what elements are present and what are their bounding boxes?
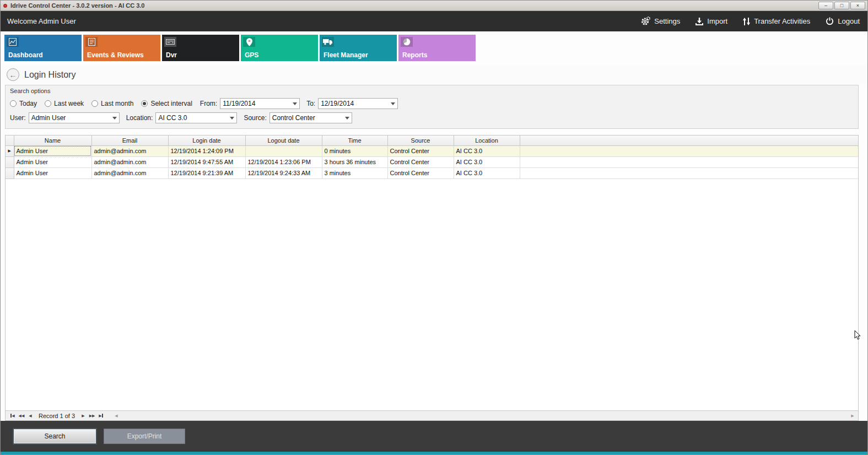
import-label: Import (707, 17, 727, 25)
grid-cell-filler (520, 156, 858, 167)
tile-reports[interactable]: Reports (398, 35, 476, 61)
pager-first-button[interactable]: ◀ (8, 412, 17, 420)
grid-cell[interactable]: Admin User (14, 156, 91, 167)
grid-cell[interactable]: 0 minutes (322, 145, 387, 156)
search-button[interactable]: Search (13, 428, 97, 445)
gears-icon (641, 17, 650, 26)
grid-cell[interactable]: admin@admin.com (91, 167, 168, 178)
hscroll-right-arrow[interactable]: ▶ (848, 414, 857, 418)
app-icon (3, 4, 7, 8)
tile-fleet-manager[interactable]: Fleet Manager (320, 35, 397, 61)
grid-cell[interactable]: 12/19/2014 1:24:09 PM (168, 145, 245, 156)
user-value: Admin User (31, 114, 110, 122)
radio-circle (91, 100, 98, 107)
grid-cell[interactable]: AI CC 3.0 (454, 167, 520, 178)
pager-next-button[interactable]: ▶ (79, 412, 88, 420)
from-date-combobox[interactable]: 11/19/2014 (220, 98, 300, 109)
footer-action-bar: Search Export/Print (1, 421, 867, 452)
chevron-down-icon[interactable] (343, 113, 352, 123)
grid-cell[interactable]: Control Center (387, 167, 454, 178)
tile-dashboard[interactable]: Dashboard (4, 35, 82, 61)
grid-cell[interactable]: AI CC 3.0 (454, 145, 520, 156)
grid-cell[interactable]: Control Center (387, 145, 454, 156)
grid-cell[interactable]: Admin User (14, 167, 91, 178)
source-combobox[interactable]: Control Center (269, 112, 352, 123)
source-label: Source: (244, 114, 266, 122)
chevron-down-icon[interactable] (228, 113, 236, 123)
settings-button[interactable]: Settings (641, 17, 680, 26)
radio-select-interval[interactable]: Select interval (141, 100, 192, 107)
table-row[interactable]: Admin User admin@admin.com 12/19/2014 9:… (6, 156, 858, 167)
tile-label: Fleet Manager (324, 51, 368, 59)
close-button[interactable]: × (850, 2, 865, 9)
window-controls: – □ × (818, 2, 867, 9)
to-date-value: 12/19/2014 (321, 100, 389, 107)
logout-button[interactable]: Logout (826, 17, 860, 25)
tile-label: Dvr (166, 51, 177, 59)
import-button[interactable]: Import (696, 17, 727, 25)
column-header-time[interactable]: Time (322, 136, 387, 145)
tile-label: GPS (245, 51, 258, 59)
column-header-login-date[interactable]: Login date (168, 136, 245, 145)
radio-last-week[interactable]: Last week (45, 100, 84, 107)
pager-last-button[interactable]: ▶ (96, 412, 105, 420)
chevron-down-icon[interactable] (290, 99, 299, 109)
grid-cell[interactable]: 3 hours 36 minutes (322, 156, 387, 167)
tile-events-reviews[interactable]: Events & Reviews (83, 35, 160, 61)
to-date-combobox[interactable]: 12/19/2014 (318, 98, 398, 109)
radio-last-month[interactable]: Last month (91, 100, 133, 107)
radio-today[interactable]: Today (10, 100, 37, 107)
page-title: Login History (24, 70, 76, 80)
chevron-down-icon[interactable] (110, 113, 119, 123)
back-button[interactable]: ← (7, 68, 19, 81)
chevron-down-icon[interactable] (389, 99, 397, 109)
maximize-button[interactable]: □ (834, 2, 849, 9)
column-header-filler (520, 136, 858, 145)
location-combobox[interactable]: AI CC 3.0 (155, 112, 237, 123)
grid-cell[interactable]: 12/19/2014 1:23:06 PM (245, 156, 322, 167)
source-value: Control Center (272, 114, 343, 122)
transfer-arrows-icon (743, 18, 750, 25)
grid-cell[interactable]: admin@admin.com (91, 145, 168, 156)
table-row[interactable]: Admin User admin@admin.com 12/19/2014 9:… (6, 167, 858, 178)
grid-cell[interactable]: 3 minutes (322, 167, 387, 178)
radio-label: Last week (54, 100, 84, 107)
search-options-legend: Search options (10, 88, 854, 94)
settings-label: Settings (654, 17, 680, 25)
grid-cell[interactable]: 12/19/2014 9:47:55 AM (168, 156, 245, 167)
column-header-source[interactable]: Source (387, 136, 454, 145)
grid-cell[interactable]: admin@admin.com (91, 156, 168, 167)
grid-cell[interactable]: 12/19/2014 9:21:39 AM (168, 167, 245, 178)
grid-cell[interactable]: AI CC 3.0 (454, 156, 520, 167)
hscroll-left-arrow[interactable]: ◀ (112, 414, 121, 418)
welcome-text: Welcome Admin User (7, 17, 76, 25)
minimize-button[interactable]: – (818, 2, 833, 9)
column-header-name[interactable]: Name (14, 136, 91, 145)
radio-circle (45, 100, 51, 107)
radio-label: Last month (101, 100, 133, 107)
grid-cell[interactable]: 12/19/2014 9:24:33 AM (245, 167, 322, 178)
pager-prev-button[interactable]: ◀ (26, 412, 35, 420)
export-print-button[interactable]: Export/Print (104, 429, 185, 444)
grid-cell-filler (520, 167, 858, 178)
column-header-location[interactable]: Location (454, 136, 520, 145)
grid-cell[interactable]: Control Center (387, 156, 454, 167)
title-bar: Idrive Control Center - 3.0.2 version - … (1, 1, 867, 11)
radio-circle (10, 100, 17, 107)
tile-label: Dashboard (8, 51, 43, 59)
tile-dvr[interactable]: Dvr (162, 35, 239, 61)
page-header: ← Login History (1, 65, 867, 84)
search-options-panel: Search options Today Last week Last mont… (5, 85, 859, 129)
pager-prev-page-button[interactable]: ◀◀ (17, 412, 26, 420)
column-header-logout-date[interactable]: Logout date (245, 136, 322, 145)
row-indicator (6, 156, 14, 167)
transfer-activities-button[interactable]: Transfer Activities (743, 17, 810, 25)
user-combobox[interactable]: Admin User (29, 112, 120, 123)
tile-gps[interactable]: GPS (241, 35, 318, 61)
horizontal-scrollbar[interactable] (121, 413, 848, 419)
grid-cell[interactable]: Admin User (14, 145, 91, 156)
pager-next-page-button[interactable]: ▶▶ (88, 412, 96, 420)
grid-cell[interactable] (245, 145, 322, 156)
column-header-email[interactable]: Email (91, 136, 168, 145)
table-row[interactable]: ▶ Admin User admin@admin.com 12/19/2014 … (6, 145, 858, 156)
